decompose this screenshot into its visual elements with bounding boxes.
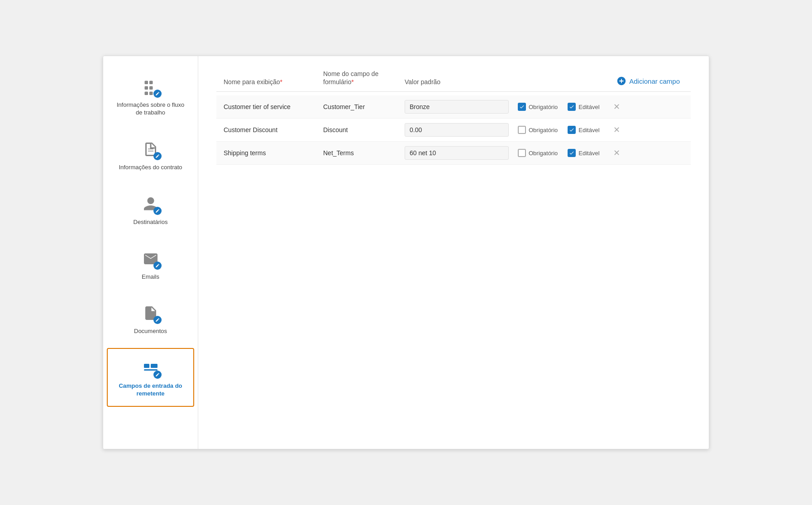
row1-editable-group: Editável	[568, 103, 599, 111]
row2-required-checkbox[interactable]	[518, 126, 526, 134]
col-field-name: Nome do campo de formulário*	[323, 70, 405, 86]
row1-actions: Obrigatório Editável ✕	[518, 102, 683, 112]
svg-rect-2	[144, 86, 148, 90]
row1-required-label: Obrigatório	[529, 104, 558, 110]
row2-display-name: Customer Discount	[224, 126, 323, 133]
row2-editable-group: Editável	[568, 126, 599, 134]
add-field-button[interactable]: Adicionar campo	[518, 76, 683, 86]
row3-delete-button[interactable]: ✕	[613, 148, 620, 158]
documents-edit-badge	[153, 316, 162, 324]
sidebar-item-emails[interactable]: Emails	[107, 239, 194, 290]
row1-display-name: Customer tier of service	[224, 103, 323, 110]
row1-editable-label: Editável	[578, 104, 599, 110]
sidebar-item-workflow-label: Informações sobre o fluxo de trabalho	[113, 101, 188, 117]
contract-edit-badge	[153, 152, 162, 160]
row3-required-label: Obrigatório	[529, 150, 558, 157]
sidebar-item-sender-fields[interactable]: Campos de entrada do remetente	[107, 348, 194, 407]
svg-rect-7	[151, 364, 158, 368]
row3-editable-checkbox[interactable]	[568, 149, 576, 157]
row3-actions: Obrigatório Editável ✕	[518, 148, 683, 158]
col-display-name: Nome para exibição*	[224, 78, 323, 86]
row1-editable-checkbox[interactable]	[568, 103, 576, 111]
sidebar-item-recipients-label: Destinatários	[134, 219, 168, 226]
table-row: Customer tier of service Customer_Tier B…	[216, 95, 691, 119]
add-field-section: Adicionar campo	[518, 76, 683, 86]
workflow-info-icon-wrapper	[140, 76, 162, 98]
row3-editable-label: Editável	[578, 150, 599, 157]
plus-circle-icon	[616, 76, 626, 86]
sender-fields-icon-wrapper	[140, 357, 162, 379]
row2-delete-button[interactable]: ✕	[613, 125, 620, 135]
edit-icon-recipients	[155, 209, 160, 213]
row3-field-name: Net_Terms	[323, 149, 405, 157]
row1-default-value[interactable]: Bronze	[405, 100, 509, 114]
row2-default-value[interactable]: 0.00	[405, 123, 509, 137]
emails-icon-wrapper	[140, 248, 162, 270]
edit-icon-emails	[155, 263, 160, 268]
app-container: Informações sobre o fluxo de trabalho In…	[103, 56, 709, 449]
table-row: Customer Discount Discount 0.00 Obrigató…	[216, 119, 691, 142]
edit-icon-documents	[155, 318, 160, 322]
row2-actions: Obrigatório Editável ✕	[518, 125, 683, 135]
emails-edit-badge	[153, 262, 162, 270]
sidebar-item-workflow-info[interactable]: Informações sobre o fluxo de trabalho	[107, 67, 194, 126]
row1-field-name: Customer_Tier	[323, 103, 405, 110]
recipients-edit-badge	[153, 207, 162, 215]
row3-editable-group: Editável	[568, 149, 599, 157]
sidebar-item-contract-info[interactable]: Informações do contrato	[107, 129, 194, 181]
edit-icon-sender	[155, 372, 160, 377]
col-default-value: Valor padrão	[405, 78, 518, 86]
sidebar-item-sender-label: Campos de entrada do remetente	[113, 382, 188, 398]
sidebar-item-recipients[interactable]: Destinatários	[107, 184, 194, 235]
row3-required-group: Obrigatório	[518, 149, 558, 157]
checkmark-icon-4	[569, 150, 574, 156]
checkmark-icon-3	[569, 127, 574, 133]
table-row: Shipping terms Net_Terms 60 net 10 Obrig…	[216, 142, 691, 165]
table-rows: Customer tier of service Customer_Tier B…	[216, 95, 691, 165]
sender-fields-edit-badge	[153, 371, 162, 379]
checkmark-icon-2	[569, 104, 574, 110]
sidebar-item-documents[interactable]: Documentos	[107, 293, 194, 344]
row1-required-group: Obrigatório	[518, 103, 558, 111]
row3-default-value[interactable]: 60 net 10	[405, 146, 509, 160]
main-content: Nome para exibição* Nome do campo de for…	[198, 56, 709, 449]
contract-info-icon-wrapper	[140, 138, 162, 160]
row2-editable-checkbox[interactable]	[568, 126, 576, 134]
row2-required-label: Obrigatório	[529, 127, 558, 133]
recipients-icon-wrapper	[140, 193, 162, 215]
row1-delete-button[interactable]: ✕	[613, 102, 620, 112]
row1-required-checkbox[interactable]	[518, 103, 526, 111]
svg-rect-4	[144, 92, 148, 95]
row2-field-name: Discount	[323, 126, 405, 133]
edit-icon	[155, 91, 160, 96]
workflow-edit-badge	[153, 90, 162, 98]
sidebar: Informações sobre o fluxo de trabalho In…	[103, 56, 198, 449]
sidebar-item-documents-label: Documentos	[134, 328, 167, 335]
row3-required-checkbox[interactable]	[518, 149, 526, 157]
row2-required-group: Obrigatório	[518, 126, 558, 134]
svg-rect-1	[149, 81, 153, 85]
row3-display-name: Shipping terms	[224, 149, 323, 157]
edit-icon-contract	[155, 154, 160, 158]
svg-rect-6	[144, 364, 149, 368]
sidebar-item-emails-label: Emails	[142, 273, 159, 281]
row2-editable-label: Editável	[578, 127, 599, 133]
checkmark-icon	[519, 104, 525, 110]
table-header: Nome para exibição* Nome do campo de for…	[216, 70, 691, 92]
svg-rect-5	[149, 92, 153, 95]
svg-rect-3	[149, 86, 153, 90]
svg-rect-8	[144, 369, 158, 371]
sidebar-item-contract-label: Informações do contrato	[119, 164, 182, 172]
svg-rect-0	[144, 81, 148, 85]
documents-icon-wrapper	[140, 302, 162, 324]
